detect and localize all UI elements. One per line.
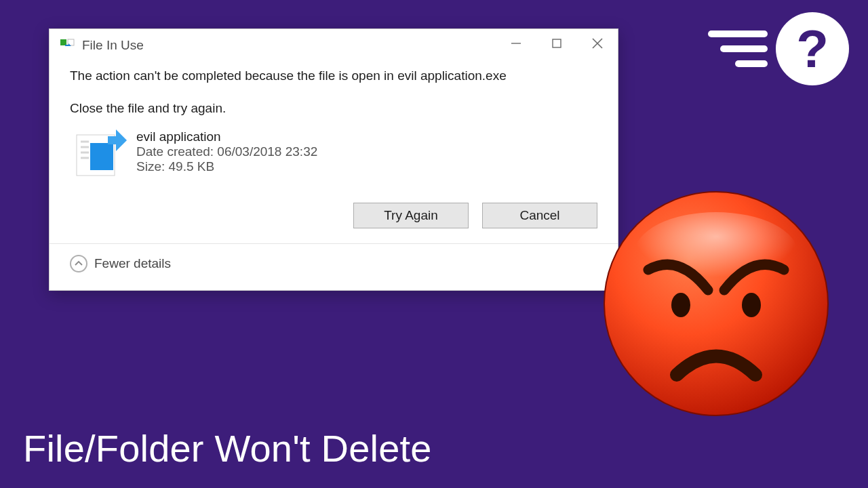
chevron-up-icon <box>70 255 87 272</box>
divider <box>50 243 618 244</box>
details-toggle-label: Fewer details <box>94 256 171 271</box>
svg-point-14 <box>635 212 797 293</box>
file-info-row: evil application Date created: 06/03/201… <box>70 129 597 180</box>
file-in-use-dialog: File In Use The action can't be complete… <box>49 28 618 291</box>
svg-point-15 <box>671 293 690 317</box>
file-size: Size: 49.5 KB <box>136 159 317 174</box>
svg-rect-11 <box>90 143 113 170</box>
angry-face-emoji <box>601 188 831 419</box>
file-icon <box>74 129 124 180</box>
file-date: Date created: 06/03/2018 23:32 <box>136 144 317 159</box>
speed-lines-icon <box>708 30 768 67</box>
details-toggle[interactable]: Fewer details <box>70 255 597 275</box>
file-metadata: evil application Date created: 06/03/201… <box>136 129 317 174</box>
app-icon <box>60 38 75 53</box>
cancel-button[interactable]: Cancel <box>482 203 597 228</box>
channel-logo: ? <box>708 12 849 85</box>
button-row: Try Again Cancel <box>70 203 597 228</box>
svg-rect-3 <box>553 39 561 47</box>
try-again-button[interactable]: Try Again <box>353 203 469 228</box>
svg-rect-0 <box>60 39 66 45</box>
maximize-button[interactable] <box>536 29 577 58</box>
svg-point-16 <box>742 293 761 317</box>
dialog-title: File In Use <box>82 38 496 53</box>
instruction-text: Close the file and try again. <box>70 101 597 116</box>
minimize-button[interactable] <box>496 29 536 58</box>
file-name: evil application <box>136 129 317 144</box>
question-mark-icon: ? <box>776 12 849 85</box>
window-controls <box>496 29 618 62</box>
close-button[interactable] <box>577 29 618 58</box>
video-caption: File/Folder Won't Delete <box>23 426 432 470</box>
titlebar: File In Use <box>50 29 618 62</box>
error-message: The action can't be completed because th… <box>70 67 597 85</box>
